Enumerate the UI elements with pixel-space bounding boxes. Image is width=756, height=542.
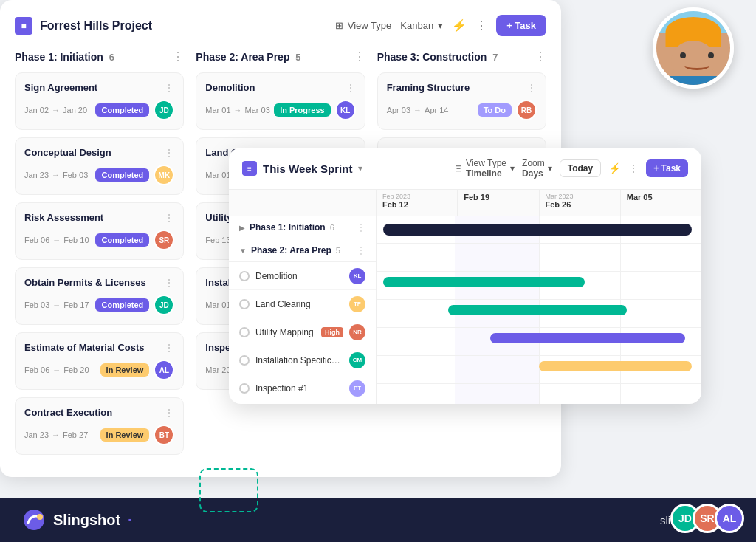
svg-point-0 <box>24 510 44 530</box>
task-name: Contract Execution <box>24 407 164 418</box>
avatar: SR <box>154 230 174 250</box>
view-type-control[interactable]: ⊟ View TypeTimeline ▾ <box>455 158 515 179</box>
date-label: Feb 19 <box>464 193 532 202</box>
task-card-header: Estimate of Material Costs ⋮ <box>24 342 174 354</box>
task-status-row: Completed MK <box>95 165 174 185</box>
avatar: PT <box>349 380 365 397</box>
add-task-button[interactable]: + Task <box>496 15 546 36</box>
arrow-icon: → <box>52 171 60 179</box>
timeline-panel: ≡ This Week Sprint ▾ ⊟ View TypeTimeline… <box>229 148 701 404</box>
task-card-header: Contract Execution ⋮ <box>24 407 174 419</box>
timeline-task-row[interactable]: Inspection #1 PT <box>229 374 376 402</box>
status-badge: In Progress <box>274 103 331 117</box>
task-meta: Mar 01 → Mar 03 In Progress KL <box>205 100 355 120</box>
gantt-bar-utility-mapping <box>490 333 685 343</box>
col-header-construction: Phase 3: Construction 7 ⋮ <box>377 49 546 64</box>
avatar: RB <box>516 100 537 120</box>
brand-dot: · <box>128 512 132 529</box>
add-task-button[interactable]: + Task <box>646 159 688 177</box>
timeline-title-row: ≡ This Week Sprint ▾ <box>242 161 362 176</box>
chevron-down-icon: ▾ <box>438 20 443 31</box>
col-title-area-prep: Phase 2: Area Prep 5 <box>196 51 300 63</box>
timeline-group-initiation[interactable]: ▶ Phase 1: Initiation 6 ⋮ <box>229 216 376 239</box>
board-title-row: ■ Forrest Hills Project <box>15 17 152 35</box>
task-card[interactable]: Sign Agreement ⋮ Jan 02 → Jan 20 Complet… <box>15 72 184 130</box>
col-menu-initiation[interactable]: ⋮ <box>172 49 184 64</box>
col-menu-area-prep[interactable]: ⋮ <box>354 49 365 64</box>
col-count-construction: 7 <box>492 52 498 63</box>
task-status-row: Completed JD <box>95 100 174 120</box>
task-card[interactable]: Estimate of Material Costs ⋮ Feb 06 → Fe… <box>15 332 184 390</box>
board-actions: ⊞ View Type Kanban ▾ ⚡ ⋮ + Task <box>335 15 546 36</box>
task-name: Demolition <box>205 82 345 93</box>
more-options-button[interactable]: ⋮ <box>628 162 639 174</box>
task-menu[interactable]: ⋮ <box>526 82 537 94</box>
task-circle <box>239 327 250 337</box>
timeline-header: ≡ This Week Sprint ▾ ⊟ View TypeTimeline… <box>229 148 701 190</box>
chevron-down-icon: ▾ <box>548 163 552 174</box>
slingshot-logo-icon <box>22 508 46 532</box>
date-year: Feb 2023 <box>382 193 451 200</box>
task-circle <box>239 299 250 309</box>
gantt-bar-phase1 <box>383 224 692 236</box>
arrow-icon: → <box>52 430 60 439</box>
date-label: Feb 12 <box>382 200 451 209</box>
task-name: Obtain Permits & Licenses <box>24 277 164 288</box>
timeline-task-row[interactable]: Land Clearing TP <box>229 290 376 318</box>
task-card[interactable]: Framing Structure ⋮ Apr 03 → Apr 14 To D… <box>377 72 546 130</box>
timeline-icon: ≡ <box>242 161 257 176</box>
task-menu[interactable]: ⋮ <box>164 407 174 419</box>
zoom-control[interactable]: ZoomDays ▾ <box>522 158 552 179</box>
high-priority-badge: High <box>321 327 343 337</box>
task-card[interactable]: Contract Execution ⋮ Jan 23 → Feb 27 In … <box>15 397 184 455</box>
status-badge: Completed <box>95 168 149 182</box>
task-menu[interactable]: ⋮ <box>346 82 356 94</box>
task-card[interactable]: Obtain Permits & Licenses ⋮ Feb 03 → Feb… <box>15 267 184 325</box>
task-meta: Feb 06 → Feb 20 In Review AL <box>24 360 174 380</box>
timeline-task-row[interactable]: Utility Mapping High NR <box>229 318 376 346</box>
group-title: Phase 1: Initiation <box>250 222 326 233</box>
task-menu[interactable]: ⋮ <box>164 147 174 159</box>
chevron-right-icon: ▶ <box>239 224 245 232</box>
task-card-header: Conceptual Design ⋮ <box>24 147 174 159</box>
bottom-avatar: AL <box>715 504 744 533</box>
status-badge: To Do <box>478 103 512 117</box>
task-menu[interactable]: ⋮ <box>164 342 174 354</box>
today-button[interactable]: Today <box>560 159 601 177</box>
filter-button[interactable]: ⚡ <box>452 18 467 32</box>
task-dates: Jan 02 → Jan 20 <box>24 106 87 114</box>
avatar: KL <box>349 268 365 284</box>
date-section: Feb 2023 Feb 12 <box>377 190 458 216</box>
task-dates: Mar 01 → Mar 03 <box>205 106 270 114</box>
view-type-button[interactable]: ⊞ View Type Kanban ▾ <box>335 20 443 31</box>
filter-button[interactable]: ⚡ <box>608 162 621 174</box>
timeline-group-area-prep[interactable]: ▼ Phase 2: Area Prep 5 ⋮ <box>229 239 376 262</box>
date-section: Mar 05 <box>621 190 701 216</box>
arrow-icon: → <box>52 106 60 114</box>
task-name: Framing Structure <box>387 82 526 93</box>
timeline-task-row[interactable]: Demolition KL <box>229 262 376 290</box>
task-circle <box>239 355 250 366</box>
arrow-icon: → <box>52 301 61 309</box>
more-options-button[interactable]: ⋮ <box>475 18 487 32</box>
task-name: Risk Assessment <box>24 212 164 223</box>
col-header-initiation: Phase 1: Initiation 6 ⋮ <box>15 49 184 64</box>
group-menu[interactable]: ⋮ <box>357 245 365 255</box>
avatar: BT <box>154 425 174 445</box>
timeline-date-header: Feb 2023 Feb 12 Feb 19 Mar 2023 Feb 26 M… <box>377 190 701 216</box>
status-badge: Completed <box>95 298 149 312</box>
task-meta: Feb 06 → Feb 10 Completed SR <box>24 230 174 250</box>
task-meta: Feb 03 → Feb 17 Completed JD <box>24 295 174 315</box>
gantt-bar-installation-specs <box>539 361 692 371</box>
group-menu[interactable]: ⋮ <box>357 222 365 233</box>
task-menu[interactable]: ⋮ <box>164 82 174 94</box>
task-menu[interactable]: ⋮ <box>164 277 174 289</box>
task-card[interactable]: Conceptual Design ⋮ Jan 23 → Feb 03 Comp… <box>15 137 184 195</box>
task-card[interactable]: Risk Assessment ⋮ Feb 06 → Feb 10 Comple… <box>15 202 184 260</box>
arrow-icon: → <box>52 236 61 244</box>
col-menu-construction[interactable]: ⋮ <box>535 49 546 64</box>
timeline-task-row[interactable]: Installation Specifications CM <box>229 346 376 374</box>
task-card-header: Framing Structure ⋮ <box>387 82 537 94</box>
task-menu[interactable]: ⋮ <box>164 212 174 224</box>
task-card[interactable]: Demolition ⋮ Mar 01 → Mar 03 In Progress… <box>196 72 365 130</box>
